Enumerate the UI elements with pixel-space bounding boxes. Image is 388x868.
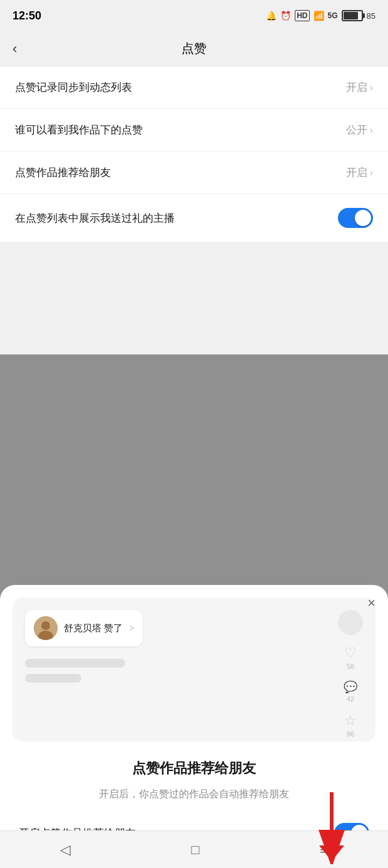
toggle-gift-host[interactable] [338, 208, 373, 228]
settings-value-3: 开启 › [346, 165, 373, 180]
svg-marker-5 [319, 845, 344, 861]
battery-icon [342, 10, 363, 21]
status-icons: 🔔 ⏰ HD 📶 5G 85 [266, 10, 375, 21]
preview-username: 舒克贝塔 赞了 [64, 623, 123, 634]
nav-back-button[interactable]: ◁ [60, 842, 71, 858]
signal-5g-icon: 5G [328, 11, 338, 20]
modal-close-button[interactable]: × [367, 595, 375, 611]
settings-item-likes-sync[interactable]: 点赞记录同步到动态列表 开启 › [0, 66, 388, 109]
battery-fill [344, 12, 359, 19]
wifi-icon: 📶 [314, 11, 324, 21]
settings-label-3: 点赞作品推荐给朋友 [15, 165, 111, 180]
avatar-image [34, 616, 58, 640]
alarm-icon: ⏰ [280, 11, 291, 21]
preview-user-row: 舒克贝塔 赞了 > [25, 610, 143, 646]
star-count: 96 [347, 730, 354, 738]
settings-item-recommend[interactable]: 点赞作品推荐给朋友 开启 › [0, 152, 388, 194]
settings-label-1: 点赞记录同步到动态列表 [15, 80, 132, 95]
chevron-icon-1: › [370, 82, 373, 93]
settings-value-2: 公开 › [346, 123, 373, 137]
heart-count: 58 [347, 663, 354, 670]
modal-preview: 舒克贝塔 赞了 > ♡ 58 💬 42 ☆ [13, 597, 375, 741]
preview-avatar [34, 616, 58, 640]
back-button[interactable]: ‹ [13, 41, 17, 57]
preview-chevron-icon: > [129, 623, 134, 633]
modal-main-title: 点赞作品推荐给朋友 [19, 759, 369, 778]
chevron-icon-2: › [370, 125, 373, 136]
battery-percent: 85 [367, 11, 375, 21]
status-time: 12:50 [13, 9, 41, 23]
settings-label-2: 谁可以看到我作品下的点赞 [15, 123, 143, 137]
preview-circle [338, 610, 363, 635]
modal-overlay: × 舒克贝塔 赞了 > [0, 354, 388, 868]
red-arrow-icon [313, 789, 350, 864]
preview-line-2 [25, 674, 81, 683]
status-bar: 12:50 🔔 ⏰ HD 📶 5G 85 [0, 0, 388, 31]
preview-right-icons: ♡ 58 💬 42 ☆ 96 [338, 610, 363, 738]
hd-icon: HD [295, 10, 309, 21]
chat-icon: 💬 [344, 680, 357, 694]
preview-star-item: ☆ 96 [344, 713, 357, 738]
preview-heart-item: ♡ 58 [344, 645, 357, 670]
preview-chat-item: 💬 42 [344, 680, 357, 703]
settings-item-who-sees[interactable]: 谁可以看到我作品下的点赞 公开 › [0, 109, 388, 152]
settings-label-4: 在点赞列表中展示我送过礼的主播 [15, 211, 175, 225]
svg-point-1 [41, 621, 50, 630]
heart-icon: ♡ [344, 645, 357, 661]
bell-icon: 🔔 [266, 11, 277, 21]
settings-item-gift-host[interactable]: 在点赞列表中展示我送过礼的主播 [0, 194, 388, 242]
preview-line-1 [25, 659, 125, 668]
nav-home-button[interactable]: □ [191, 842, 199, 858]
chevron-icon-3: › [370, 167, 373, 178]
page-title: 点赞 [181, 40, 207, 57]
nav-header: ‹ 点赞 [0, 31, 388, 66]
settings-value-1: 开启 › [346, 80, 373, 95]
chat-count: 42 [347, 695, 354, 703]
preview-lines [25, 659, 363, 683]
settings-list: 点赞记录同步到动态列表 开启 › 谁可以看到我作品下的点赞 公开 › 点赞作品推… [0, 66, 388, 242]
modal-sheet: × 舒克贝塔 赞了 > [0, 585, 388, 868]
star-icon: ☆ [344, 713, 357, 729]
